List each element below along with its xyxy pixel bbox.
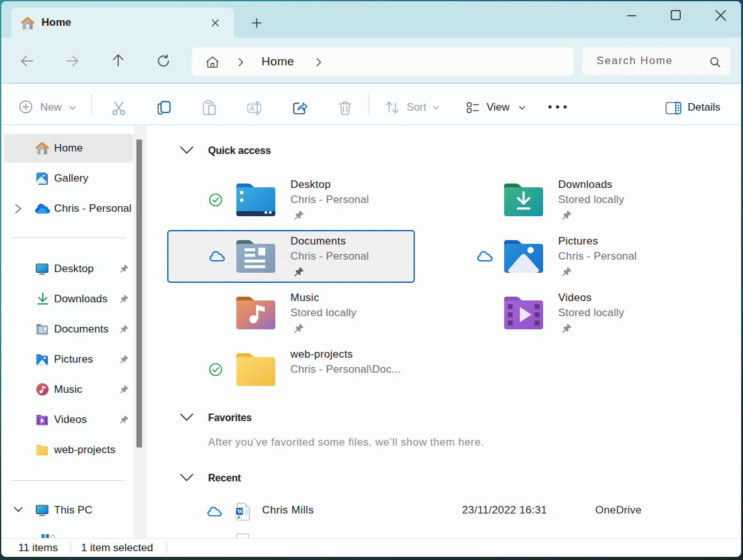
- svg-text:W: W: [237, 508, 243, 515]
- svg-text:A: A: [250, 104, 255, 112]
